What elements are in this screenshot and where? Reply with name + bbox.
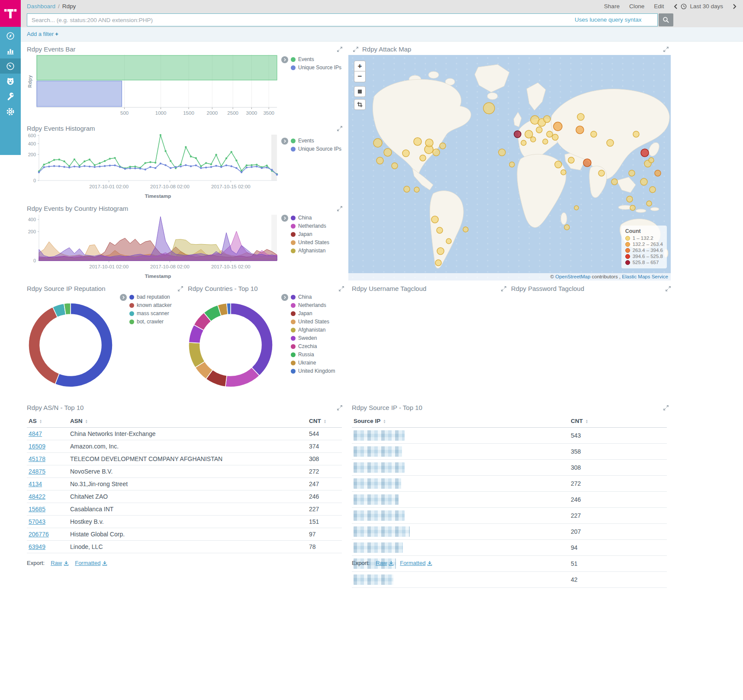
elastic-maps-link[interactable]: Elastic Maps Service	[622, 274, 668, 279]
map-bubble	[547, 131, 553, 137]
panel-events-by-country: Rdpy Events by Country Histogram 0200400…	[24, 203, 344, 284]
as-link[interactable]: 48422	[29, 493, 45, 500]
as-link[interactable]: 4847	[29, 430, 42, 437]
as-link[interactable]: 206776	[29, 531, 49, 538]
expand-icon[interactable]	[337, 126, 343, 132]
legend-collapse-button[interactable]	[281, 215, 288, 222]
expand-icon[interactable]	[337, 405, 343, 411]
time-range-label[interactable]: Last 30 days	[690, 3, 723, 10]
expand-icon[interactable]	[337, 206, 343, 212]
as-link[interactable]: 57043	[29, 518, 45, 525]
reputation-slice-known-attacker[interactable]	[29, 307, 59, 384]
countries-legend-item[interactable]: United States	[291, 319, 335, 325]
countries-slice-netherlands[interactable]	[225, 368, 260, 387]
edit-button[interactable]: Edit	[654, 3, 664, 10]
column-header-cnt[interactable]: CNT▲▼	[569, 415, 667, 428]
draw-filter-button[interactable]	[354, 99, 366, 110]
legend-collapse-button[interactable]	[281, 56, 288, 63]
column-header-asn[interactable]: ASN▲▼	[68, 415, 307, 428]
legend-collapse-button[interactable]	[281, 138, 288, 145]
legend-color-dot	[291, 232, 296, 237]
countries-slice-china[interactable]	[231, 303, 273, 376]
events-histogram-legend-item[interactable]: Unique Source IPs	[291, 146, 341, 152]
export-formatted-link[interactable]: Formatted	[75, 560, 107, 566]
sidebar-item-dashboard[interactable]	[0, 58, 21, 74]
add-filter-link[interactable]: Add a filter+	[27, 31, 58, 37]
countries-slice-united-kingdom[interactable]	[227, 303, 231, 314]
tmobile-logo[interactable]	[0, 0, 21, 27]
map-bubble	[650, 187, 656, 193]
expand-icon[interactable]	[338, 286, 344, 292]
fit-data-button[interactable]	[354, 86, 366, 97]
reputation-legend-item[interactable]: mass scanner	[129, 310, 172, 316]
countries-legend-item[interactable]: Sweden	[291, 335, 335, 341]
breadcrumb-dashboard-link[interactable]: Dashboard	[27, 3, 55, 10]
legend-collapse-button[interactable]	[281, 294, 288, 301]
chevron-right-icon[interactable]	[733, 3, 737, 10]
map-bubble	[564, 225, 569, 230]
as-link[interactable]: 24875	[29, 468, 45, 475]
countries-legend-item[interactable]: Afghanistan	[291, 327, 335, 333]
search-input[interactable]	[27, 13, 658, 26]
events-bar-legend-item[interactable]: Events	[291, 56, 341, 62]
legend-color-dot	[291, 65, 296, 70]
expand-icon[interactable]	[665, 286, 671, 292]
map-bubble	[543, 139, 548, 144]
sidebar-item-timelion[interactable]	[0, 74, 21, 89]
share-button[interactable]: Share	[604, 3, 620, 10]
countries-legend-item[interactable]: United Kingdom	[291, 368, 335, 374]
reputation-legend-item[interactable]: bot, crawler	[129, 319, 172, 325]
reputation-slice-bad-reputation[interactable]	[55, 303, 113, 387]
country-histogram-legend-item[interactable]: Netherlands	[291, 223, 329, 229]
sidebar-item-discover[interactable]	[0, 28, 21, 43]
map-bubble	[555, 161, 562, 168]
country-histogram-legend-item[interactable]: United States	[291, 239, 329, 245]
countries-legend-item[interactable]: Russia	[291, 352, 335, 358]
bar-unique-source-ips[interactable]	[37, 81, 122, 106]
sidebar-item-management[interactable]	[0, 104, 21, 119]
column-header-source-ip[interactable]: Source IP▲▼	[352, 415, 569, 428]
as-link[interactable]: 4134	[29, 481, 42, 487]
as-link[interactable]: 45178	[29, 455, 45, 462]
export-raw-link[interactable]: Raw	[376, 560, 394, 566]
expand-icon[interactable]	[663, 405, 669, 411]
events-histogram-legend-item[interactable]: Events	[291, 138, 341, 144]
countries-legend-item[interactable]: Ukraine	[291, 360, 335, 366]
redacted-source-ip	[354, 574, 393, 585]
expand-icon[interactable]	[353, 46, 359, 52]
expand-icon[interactable]	[177, 286, 183, 292]
map-bubble	[392, 163, 398, 169]
legend-collapse-button[interactable]	[120, 294, 127, 301]
countries-legend-item[interactable]: China	[291, 294, 335, 300]
expand-icon[interactable]	[501, 286, 507, 292]
as-link[interactable]: 15685	[29, 506, 45, 513]
sidebar-item-dev-tools[interactable]	[0, 89, 21, 104]
clone-button[interactable]: Clone	[629, 3, 644, 10]
column-header-as[interactable]: AS▲▼	[27, 415, 68, 428]
zoom-out-button[interactable]: −	[354, 71, 366, 82]
expand-icon[interactable]	[663, 46, 669, 52]
openstreetmap-link[interactable]: OpenStreetMap	[555, 274, 590, 279]
country-histogram-legend-item[interactable]: China	[291, 215, 329, 221]
countries-legend-item[interactable]: Japan	[291, 310, 335, 316]
as-link[interactable]: 63949	[29, 543, 45, 550]
column-header-cnt[interactable]: CNT▲▼	[307, 415, 342, 428]
events-bar-legend-item[interactable]: Unique Source IPs	[291, 65, 341, 71]
sidebar-item-visualize[interactable]	[0, 43, 21, 58]
countries-legend-item[interactable]: Czechia	[291, 343, 335, 349]
bar-events[interactable]	[37, 55, 277, 80]
reputation-legend-item[interactable]: bad reputation	[129, 294, 172, 300]
export-raw-link[interactable]: Raw	[51, 560, 69, 566]
country-histogram-legend-item[interactable]: Japan	[291, 231, 329, 237]
export-formatted-link[interactable]: Formatted	[400, 560, 432, 566]
as-link[interactable]: 16509	[29, 443, 45, 450]
reputation-legend-item[interactable]: known attacker	[129, 302, 172, 308]
expand-icon[interactable]	[337, 46, 343, 52]
search-button[interactable]	[659, 13, 673, 26]
countries-legend-item[interactable]: Netherlands	[291, 302, 335, 308]
zoom-in-button[interactable]: +	[354, 61, 366, 71]
world-map[interactable]: + − Count 1 – 132.2132.2 – 263.4263.4 – …	[348, 55, 671, 281]
chevron-left-icon[interactable]	[673, 3, 678, 10]
country-histogram-legend-item[interactable]: Afghanistan	[291, 248, 329, 254]
lucene-syntax-link[interactable]: Uses lucene query syntax	[575, 16, 642, 23]
